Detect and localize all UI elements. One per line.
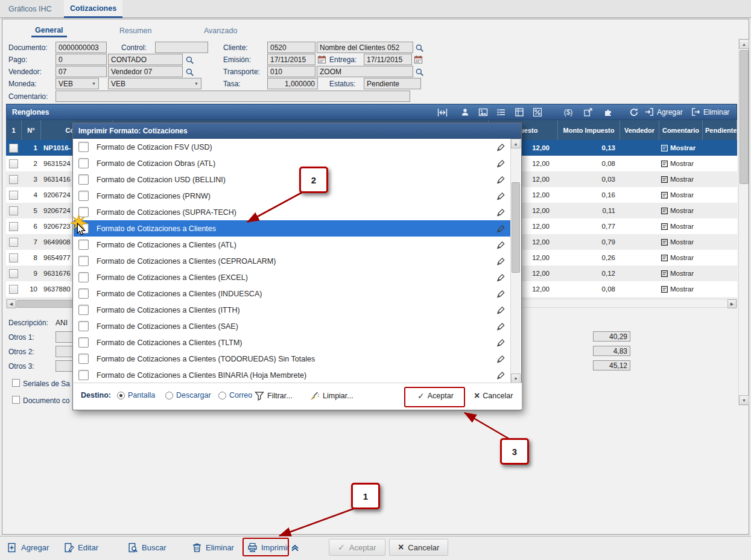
- format-checkbox[interactable]: [78, 174, 89, 185]
- seriales-checkbox[interactable]: [12, 379, 20, 387]
- transporte-name-field[interactable]: ZOOM: [317, 66, 413, 77]
- design-format-icon[interactable]: [496, 256, 505, 266]
- cliente-search-icon[interactable]: [414, 43, 424, 52]
- format-row[interactable]: Formato de Cotizaciones (SUPRA-TECH): [74, 204, 512, 220]
- cliente-code-field[interactable]: 0520: [267, 42, 315, 53]
- format-checkbox[interactable]: [78, 321, 89, 331]
- pago-search-icon[interactable]: [185, 55, 194, 65]
- format-checkbox[interactable]: [78, 354, 89, 364]
- radio-icon[interactable]: [218, 392, 226, 399]
- eliminar-button[interactable]: Eliminar: [192, 542, 234, 553]
- row-checkbox[interactable]: [9, 269, 18, 278]
- format-checkbox[interactable]: [78, 370, 89, 380]
- format-checkbox[interactable]: [78, 207, 89, 217]
- format-row[interactable]: Formato de Cotizaciones a Clientes (TLTM…: [74, 334, 512, 351]
- tab-cotizaciones[interactable]: Cotizaciones: [64, 0, 122, 18]
- pago-name-field[interactable]: CONTADO: [108, 54, 183, 65]
- collapse-panel-icon[interactable]: [290, 542, 300, 552]
- scroll-right-icon[interactable]: ▶: [727, 299, 737, 308]
- row-select-cell[interactable]: [6, 218, 22, 234]
- entrega-field[interactable]: 17/11/2015: [364, 54, 412, 65]
- format-row[interactable]: Formato de Cotizaciones a Clientes (ITTH…: [74, 302, 512, 318]
- format-row[interactable]: Formato de Cotizaciones a Clientes (SAE): [74, 318, 512, 334]
- entrega-calendar-icon[interactable]: [413, 54, 423, 64]
- mostrar-link[interactable]: Mostrar: [659, 250, 703, 266]
- transporte-code-field[interactable]: 010: [267, 66, 315, 77]
- row-checkbox[interactable]: [9, 253, 18, 262]
- format-checkbox[interactable]: [78, 191, 89, 201]
- row-checkbox[interactable]: [9, 238, 18, 247]
- design-format-icon[interactable]: [496, 322, 505, 331]
- format-checkbox[interactable]: [78, 305, 89, 315]
- panel-vscrollbar[interactable]: ▲ ▼: [738, 39, 749, 406]
- bottom-aceptar-button[interactable]: ✓Aceptar: [329, 539, 385, 556]
- documento-checkbox[interactable]: [12, 396, 20, 404]
- row-checkbox[interactable]: [9, 222, 18, 231]
- emision-calendar-icon[interactable]: [317, 54, 326, 64]
- design-format-icon[interactable]: [496, 371, 505, 380]
- header-monto-impuesto[interactable]: Monto Impuesto: [558, 120, 620, 140]
- moneda-select-2[interactable]: VEB▼: [108, 78, 201, 89]
- design-format-icon[interactable]: [496, 224, 505, 234]
- format-checkbox[interactable]: [78, 272, 89, 282]
- mostrar-link[interactable]: Mostrar: [659, 171, 703, 187]
- dialog-scroll-thumb[interactable]: [512, 182, 520, 273]
- radio-icon[interactable]: [165, 392, 173, 399]
- row-select-cell[interactable]: [6, 140, 22, 156]
- scroll-up-icon[interactable]: ▲: [739, 39, 749, 49]
- mostrar-link[interactable]: Mostrar: [659, 234, 703, 250]
- row-select-cell[interactable]: [6, 187, 22, 203]
- currency-icon[interactable]: ($): [559, 106, 578, 118]
- radio-pantalla[interactable]: Pantalla: [117, 391, 155, 399]
- design-format-icon[interactable]: [496, 305, 505, 315]
- cliente-name-field[interactable]: Nombre del Clientes 052: [317, 42, 413, 53]
- format-checkbox[interactable]: [78, 288, 89, 299]
- radio-icon[interactable]: [117, 392, 125, 399]
- scroll-down-icon[interactable]: ▼: [511, 374, 521, 383]
- design-format-icon[interactable]: [496, 240, 505, 250]
- comentario-field[interactable]: [55, 91, 410, 102]
- limpiar-button[interactable]: Limpiar...: [310, 391, 353, 401]
- estatus-field[interactable]: Pendiente: [364, 78, 421, 89]
- dialog-cancelar-button[interactable]: ×Cancelar: [474, 391, 513, 401]
- format-checkbox[interactable]: [78, 256, 89, 266]
- format-checkbox[interactable]: [78, 142, 89, 152]
- header-vendedor[interactable]: Vendedor: [620, 120, 659, 140]
- design-format-icon[interactable]: [496, 289, 505, 299]
- agregar-button[interactable]: Agregar: [7, 542, 49, 553]
- subtab-general[interactable]: General: [31, 24, 67, 37]
- design-format-icon[interactable]: [496, 208, 505, 217]
- format-checkbox[interactable]: [78, 158, 89, 168]
- format-checkbox[interactable]: [78, 240, 89, 250]
- row-checkbox[interactable]: [9, 159, 18, 168]
- tasa-field[interactable]: 1,000000: [267, 78, 318, 89]
- header-pendiente[interactable]: Pendiente: [703, 120, 737, 140]
- subtab-avanzado[interactable]: Avanzado: [200, 24, 241, 37]
- vendedor-search-icon[interactable]: [185, 67, 194, 77]
- format-row[interactable]: Formato de Cotizaciones a Clientes (INDU…: [74, 285, 512, 302]
- design-format-icon[interactable]: [496, 142, 505, 152]
- format-row[interactable]: Formato de Cotizacion Obras (ATL): [74, 155, 512, 171]
- pago-code-field[interactable]: 0: [55, 54, 107, 65]
- buscar-button[interactable]: Buscar: [128, 542, 166, 553]
- scroll-up-icon[interactable]: ▲: [511, 139, 521, 148]
- format-row[interactable]: Formato de Cotizaciones a Clientes (CEPR…: [74, 253, 512, 269]
- vscroll-thumb[interactable]: [740, 50, 749, 184]
- row-checkbox[interactable]: [9, 175, 18, 184]
- vendedor-name-field[interactable]: Vendedor 07: [108, 66, 183, 77]
- radio-descargar[interactable]: Descargar: [165, 391, 211, 399]
- bottom-cancelar-button[interactable]: ×Cancelar: [389, 539, 448, 556]
- mostrar-link[interactable]: Mostrar: [659, 140, 703, 156]
- mostrar-link[interactable]: Mostrar: [659, 266, 703, 281]
- renglon-agregar-button[interactable]: Agregar: [645, 107, 683, 116]
- format-row[interactable]: Formato de Cotizaciones a Clientes (TODO…: [74, 351, 512, 367]
- design-format-icon[interactable]: [496, 191, 505, 201]
- list-icon[interactable]: [494, 106, 509, 118]
- format-checkbox[interactable]: [78, 223, 89, 234]
- imprimir-button[interactable]: Imprimir: [247, 542, 290, 553]
- format-row[interactable]: Formato de Cotizacion FSV (USD): [74, 139, 512, 155]
- row-select-cell[interactable]: [6, 250, 22, 266]
- percent-icon[interactable]: [530, 106, 545, 118]
- pivot-grid-icon[interactable]: [512, 106, 527, 118]
- dialog-vscrollbar[interactable]: ▲ ▼: [510, 139, 521, 383]
